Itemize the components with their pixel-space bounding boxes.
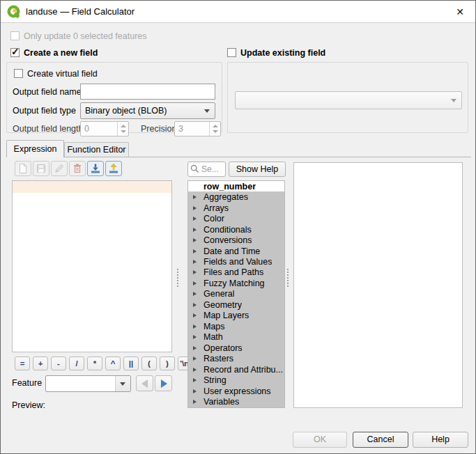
output-field-length-stepper: 0 bbox=[80, 121, 129, 136]
function-group-row[interactable]: Math bbox=[188, 332, 284, 343]
tab-function-editor[interactable]: Function Editor bbox=[64, 142, 129, 157]
splitter-handle[interactable] bbox=[287, 269, 289, 287]
expand-icon[interactable] bbox=[193, 281, 197, 285]
chevron-down-icon bbox=[451, 99, 456, 102]
expand-icon[interactable] bbox=[193, 270, 197, 274]
expand-icon[interactable] bbox=[193, 324, 197, 329]
function-group-row[interactable]: Maps bbox=[188, 321, 284, 331]
expand-icon[interactable] bbox=[193, 228, 197, 232]
title-bar[interactable]: landuse — Field Calculator ✕ bbox=[1, 1, 475, 23]
create-new-field-checkbox[interactable]: ✓ bbox=[10, 48, 20, 57]
splitter-handle[interactable] bbox=[177, 269, 178, 287]
expand-icon[interactable] bbox=[193, 238, 197, 242]
expand-icon[interactable] bbox=[193, 313, 197, 318]
tab-expression[interactable]: Expression bbox=[6, 140, 64, 157]
close-icon[interactable]: ✕ bbox=[450, 3, 470, 20]
help-button[interactable]: Help bbox=[413, 432, 468, 448]
function-group-row[interactable]: Date and Time bbox=[188, 246, 284, 256]
save-expression-button[interactable] bbox=[33, 161, 49, 176]
expand-icon[interactable] bbox=[193, 206, 197, 210]
function-group-label: Operators bbox=[204, 343, 243, 353]
function-group-row[interactable]: Arrays bbox=[188, 203, 284, 213]
function-group-row[interactable]: Record and Attribu... bbox=[188, 364, 284, 375]
expand-icon[interactable] bbox=[193, 335, 197, 339]
arrow-left-icon bbox=[141, 379, 148, 388]
function-group-row[interactable]: Map Layers bbox=[188, 311, 284, 321]
import-expression-button[interactable] bbox=[87, 161, 104, 176]
function-group-row[interactable]: Files and Paths bbox=[188, 267, 284, 278]
edit-expression-button[interactable] bbox=[51, 161, 68, 176]
feature-select[interactable] bbox=[45, 375, 131, 392]
next-feature-button[interactable] bbox=[155, 375, 172, 391]
new-field-group: Create virtual field Output field name O… bbox=[6, 62, 222, 133]
operator-button[interactable]: ^ bbox=[105, 357, 121, 370]
function-group-row[interactable]: Operators bbox=[188, 343, 284, 353]
expand-icon[interactable] bbox=[193, 303, 197, 307]
operator-button[interactable]: + bbox=[33, 357, 48, 370]
operator-button[interactable]: / bbox=[69, 357, 84, 370]
function-group-label: Fuzzy Matching bbox=[204, 279, 265, 288]
function-group-row[interactable]: User expressions bbox=[188, 386, 284, 396]
function-group-row[interactable]: Fuzzy Matching bbox=[188, 278, 284, 288]
feature-label: Feature bbox=[12, 378, 42, 388]
field-calculator-dialog: landuse — Field Calculator ✕ Only update… bbox=[0, 0, 476, 454]
export-expression-button[interactable] bbox=[105, 161, 122, 176]
expand-icon[interactable] bbox=[193, 292, 197, 296]
expand-icon[interactable] bbox=[193, 346, 197, 350]
operator-button[interactable]: ) bbox=[160, 357, 175, 370]
expand-icon[interactable] bbox=[193, 249, 197, 253]
create-virtual-field-label: Create virtual field bbox=[27, 69, 98, 79]
operator-button[interactable]: ( bbox=[141, 357, 157, 370]
previous-feature-button bbox=[136, 375, 153, 391]
existing-field-select bbox=[235, 91, 462, 109]
function-group-row[interactable]: String bbox=[188, 375, 284, 385]
output-field-name-label: Output field name bbox=[13, 87, 82, 97]
function-group-row[interactable]: General bbox=[188, 289, 284, 299]
show-help-button[interactable]: Show Help bbox=[229, 162, 286, 177]
function-group-label: Record and Attribu... bbox=[204, 365, 283, 375]
expression-editor[interactable] bbox=[12, 180, 172, 352]
expand-icon[interactable] bbox=[193, 400, 197, 404]
function-help-panel bbox=[293, 162, 463, 408]
spin-down-icon bbox=[121, 130, 126, 133]
function-group-row[interactable]: Conversions bbox=[188, 235, 284, 245]
delete-expression-button[interactable] bbox=[69, 161, 86, 176]
output-field-length-value: 0 bbox=[84, 124, 89, 134]
combo-arrow-button[interactable] bbox=[115, 376, 130, 391]
function-group-label: Map Layers bbox=[204, 311, 249, 320]
function-group-row[interactable]: Fields and Values bbox=[188, 256, 284, 267]
output-field-name-input[interactable] bbox=[80, 84, 215, 100]
expand-icon[interactable] bbox=[193, 389, 197, 393]
function-group-row[interactable]: Rasters bbox=[188, 354, 284, 364]
operator-button[interactable]: - bbox=[51, 357, 66, 370]
precision-value: 3 bbox=[178, 124, 183, 134]
expand-icon[interactable] bbox=[193, 195, 197, 199]
expand-icon[interactable] bbox=[193, 368, 197, 372]
operator-button[interactable]: || bbox=[123, 357, 139, 370]
operator-button[interactable]: = bbox=[15, 357, 30, 370]
expand-icon[interactable] bbox=[193, 217, 197, 221]
create-virtual-field-checkbox[interactable] bbox=[14, 69, 23, 78]
function-group-label: Math bbox=[204, 332, 223, 342]
new-expression-button[interactable] bbox=[15, 161, 31, 176]
import-icon bbox=[90, 163, 101, 174]
export-icon bbox=[108, 163, 119, 174]
update-existing-field-checkbox[interactable] bbox=[227, 48, 236, 57]
chevron-down-icon bbox=[204, 109, 210, 113]
only-update-selected-checkbox bbox=[10, 31, 20, 40]
function-group-label: Aggregates bbox=[204, 192, 248, 202]
function-group-row[interactable]: Color bbox=[188, 213, 284, 224]
expand-icon[interactable] bbox=[193, 357, 197, 361]
output-field-type-select[interactable]: Binary object (BLOB) bbox=[80, 102, 215, 119]
checkmark-icon: ✓ bbox=[11, 46, 20, 57]
expand-icon[interactable] bbox=[193, 260, 197, 264]
function-group-row[interactable]: Aggregates bbox=[188, 191, 284, 202]
function-item-row-number[interactable]: row_number bbox=[188, 181, 284, 191]
function-group-row[interactable]: Geometry bbox=[188, 299, 284, 310]
function-group-row[interactable]: Conditionals bbox=[188, 224, 284, 235]
operator-button[interactable]: * bbox=[87, 357, 102, 370]
expand-icon[interactable] bbox=[193, 378, 197, 382]
cancel-button[interactable]: Cancel bbox=[353, 432, 408, 448]
function-group-row[interactable]: Variables bbox=[188, 396, 284, 407]
chevron-down-icon bbox=[120, 382, 125, 386]
